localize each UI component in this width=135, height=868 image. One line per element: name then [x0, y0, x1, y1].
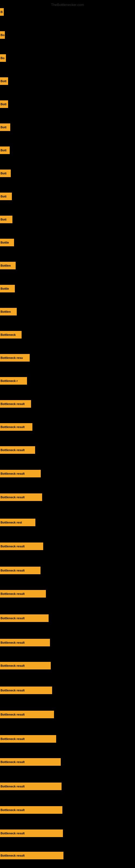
- bar-item: Bott: [0, 216, 12, 223]
- bar-label: Bottleneck result: [1, 760, 25, 764]
- bar-item: Bottleneck result: [0, 662, 51, 670]
- bar-item: Bottleneck result: [0, 806, 62, 814]
- bar-item: Bottleneck result: [0, 852, 63, 859]
- bar-item: Bottleneck result: [0, 614, 49, 622]
- bar-item: Bottleneck result: [0, 782, 61, 790]
- bar-item: Bo: [0, 54, 6, 62]
- bar-item: Bottleneck result: [0, 470, 41, 477]
- bar-label: Bottleneck result: [1, 832, 25, 835]
- bar-label: Bottleneck result: [1, 689, 25, 692]
- bar-label: Bott: [1, 102, 6, 106]
- bar-item: Bott: [0, 77, 8, 85]
- bar-label: Bott: [1, 218, 6, 221]
- bar-label: Bottleneck result: [1, 713, 25, 716]
- bar-label: Bottlen: [1, 264, 11, 267]
- bar-item: Bo: [0, 31, 5, 39]
- bar-item: Bottleneck result: [0, 686, 52, 694]
- bar-item: Bottleneck resu: [0, 354, 30, 362]
- bar-label: Bottleneck result: [1, 592, 25, 595]
- bar-label: Bottleneck result: [1, 854, 25, 857]
- bar-item: Bottleneck result: [0, 542, 43, 550]
- bar-label: Bottleneck result: [1, 664, 25, 667]
- bar-item: Bott: [0, 123, 10, 131]
- bar-label: Bottleneck rest: [1, 521, 22, 524]
- bar-item: Bottleneck result: [0, 711, 54, 718]
- bar-item: Bottleneck result: [0, 400, 31, 408]
- bar-label: Bottle: [1, 287, 9, 290]
- bar-label: Bottleneck result: [1, 425, 25, 429]
- bar-label: Bottleneck result: [1, 569, 25, 572]
- bar-label: Bottleneck result: [1, 617, 25, 620]
- bar-item: Bott: [0, 193, 12, 200]
- bar-label: Bo: [1, 56, 5, 60]
- bar-label: Bottleneck result: [1, 808, 25, 812]
- bar-item: Bottleneck result: [0, 567, 41, 574]
- bar-item: Bottlen: [0, 262, 16, 269]
- bar-label: B: [1, 10, 3, 13]
- bar-label: Bo: [1, 33, 5, 37]
- bar-item: Bott: [0, 147, 10, 154]
- bar-label: Bottleneck result: [1, 545, 25, 548]
- bar-label: Bottleneck result: [1, 737, 25, 741]
- bar-item: Bottleneck result: [0, 639, 50, 646]
- bar-label: Bottleneck result: [1, 496, 25, 499]
- bar-item: Bott: [0, 169, 11, 177]
- bar-label: Bottleneck resu: [1, 356, 23, 360]
- bar-label: Bottleneck result: [1, 641, 25, 644]
- bar-item: Bottleneck result: [0, 493, 42, 501]
- bar-item: Bottleneck result: [0, 590, 46, 597]
- bar-item: Bottleneck result: [0, 735, 56, 743]
- bar-label: Bott: [1, 149, 6, 152]
- bar-item: Bottleneck result: [0, 758, 61, 766]
- bar-label: Bottleneck result: [1, 402, 25, 405]
- bar-label: Bottleneck r: [1, 379, 18, 382]
- bar-label: Bottle: [1, 241, 9, 244]
- bar-item: B: [0, 8, 4, 16]
- bar-label: Bottleneck result: [1, 472, 25, 475]
- bar-label: Bott: [1, 126, 6, 129]
- bar-item: Bottleneck result: [0, 830, 63, 837]
- bar-item: Bottleneck: [0, 331, 21, 339]
- bar-item: Bottleneck result: [0, 446, 35, 454]
- bar-label: Bott: [1, 80, 6, 83]
- bar-item: Bott: [0, 100, 8, 108]
- bar-label: Bottleneck: [1, 333, 16, 336]
- site-title: TheBottlenecker.com: [50, 2, 85, 7]
- bar-label: Bottleneck result: [1, 448, 25, 452]
- bar-item: Bottleneck result: [0, 423, 32, 431]
- bar-label: Bottlen: [1, 310, 11, 313]
- bar-item: Bottlen: [0, 308, 17, 315]
- bar-label: Bott: [1, 172, 6, 175]
- bar-item: Bottle: [0, 239, 14, 246]
- bar-item: Bottleneck rest: [0, 519, 35, 526]
- bar-item: Bottle: [0, 285, 15, 292]
- bar-item: Bottleneck r: [0, 377, 27, 384]
- bar-label: Bottleneck result: [1, 785, 25, 788]
- bar-label: Bott: [1, 195, 6, 198]
